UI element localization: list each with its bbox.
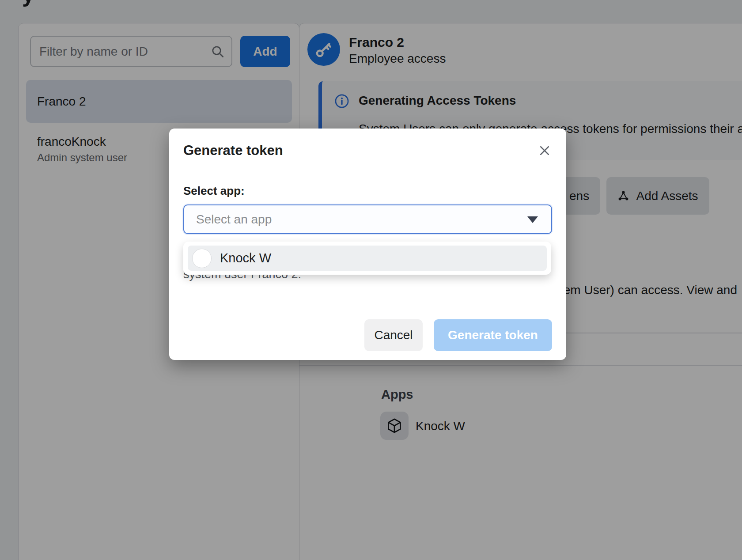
cancel-button[interactable]: Cancel (364, 319, 423, 351)
app-option-knock-w[interactable]: Knock W (188, 246, 547, 271)
app-select-dropdown[interactable]: Select an app (183, 204, 552, 234)
business-settings-page: y Add Franco 2 francoKnock Admin system … (0, 0, 742, 560)
generate-token-button[interactable]: Generate token (434, 319, 552, 351)
app-options-popover: Knock W (183, 242, 551, 275)
app-option-label: Knock W (220, 251, 271, 265)
select-app-label: Select app: (183, 184, 245, 198)
modal-title: Generate token (183, 143, 283, 159)
app-avatar (192, 249, 212, 268)
chevron-down-icon (527, 216, 538, 223)
generate-token-modal: Generate token Select app: Select an app… (169, 129, 566, 360)
close-icon[interactable] (535, 141, 554, 160)
select-placeholder: Select an app (196, 205, 272, 233)
